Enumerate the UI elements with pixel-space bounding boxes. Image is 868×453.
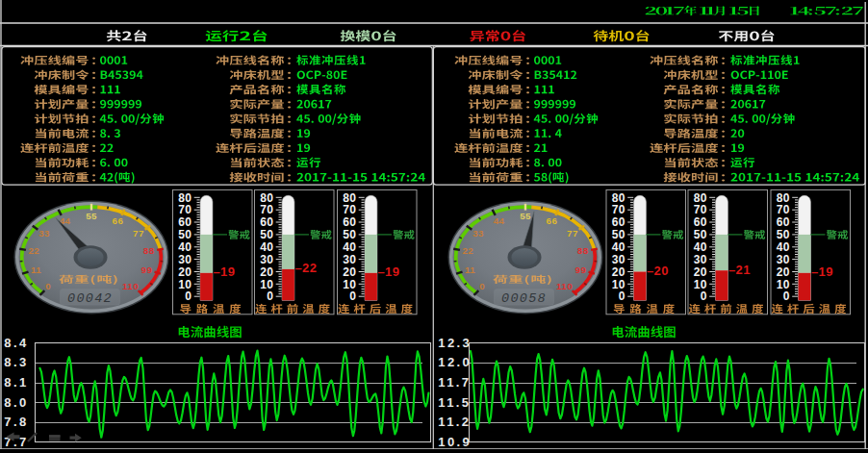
svg-text:0: 0	[267, 289, 273, 303]
svg-text:0: 0	[701, 289, 707, 303]
svg-text:60: 60	[260, 215, 273, 229]
svg-text:50: 50	[777, 228, 790, 241]
svg-text:60: 60	[178, 215, 191, 229]
svg-text:12.3: 12.3	[438, 336, 472, 350]
svg-text:20: 20	[260, 265, 273, 279]
svg-text:50: 50	[343, 228, 356, 241]
svg-text:77: 77	[567, 228, 578, 239]
svg-text:66: 66	[547, 215, 558, 226]
svg-text:60: 60	[777, 215, 790, 229]
svg-text:20: 20	[343, 265, 356, 279]
svg-text:70: 70	[777, 203, 790, 216]
svg-text:40: 40	[777, 240, 790, 254]
svg-text:88: 88	[143, 245, 155, 256]
svg-text:40: 40	[178, 240, 191, 254]
svg-text:10: 10	[260, 278, 273, 291]
svg-text:–20: –20	[647, 264, 669, 278]
svg-text:66: 66	[113, 215, 124, 226]
svg-text:44: 44	[494, 215, 505, 226]
svg-text:99: 99	[575, 264, 587, 275]
svg-text:0: 0	[479, 281, 485, 291]
svg-text:60: 60	[343, 215, 356, 229]
svg-text:33: 33	[472, 228, 484, 239]
svg-text:–19: –19	[213, 264, 235, 279]
svg-text:00058: 00058	[501, 291, 547, 306]
svg-text:7.8: 7.8	[4, 415, 28, 429]
svg-text:22: 22	[28, 245, 39, 256]
svg-text:40: 40	[343, 240, 356, 254]
svg-text:80: 80	[343, 191, 356, 205]
svg-text:–19: –19	[377, 264, 399, 279]
svg-text:10: 10	[178, 278, 191, 291]
svg-text:70: 70	[612, 203, 625, 216]
svg-text:20: 20	[694, 265, 707, 279]
svg-text:80: 80	[612, 191, 625, 205]
svg-text:40: 40	[612, 240, 625, 254]
svg-text:55: 55	[86, 211, 97, 221]
svg-text:30: 30	[777, 253, 790, 266]
svg-text:70: 70	[260, 203, 273, 216]
svg-text:0: 0	[783, 289, 790, 303]
svg-text:50: 50	[260, 228, 273, 241]
svg-text:10: 10	[694, 278, 707, 291]
svg-text:11.2: 11.2	[438, 415, 471, 429]
svg-text:40: 40	[694, 240, 707, 254]
svg-text:80: 80	[777, 191, 790, 205]
svg-text:20: 20	[178, 265, 191, 279]
svg-text:110: 110	[122, 281, 139, 291]
svg-text:8.1: 8.1	[4, 375, 28, 390]
svg-text:30: 30	[694, 253, 707, 266]
svg-text:55: 55	[520, 211, 531, 221]
svg-text:12.0: 12.0	[438, 355, 472, 369]
svg-text:10: 10	[612, 278, 625, 291]
svg-text:10: 10	[777, 278, 790, 291]
svg-text:70: 70	[343, 203, 356, 216]
svg-text:10.9: 10.9	[438, 435, 472, 449]
svg-text:77: 77	[133, 228, 144, 239]
svg-text:60: 60	[612, 215, 625, 229]
svg-text:30: 30	[612, 253, 625, 266]
svg-text:–21: –21	[728, 263, 751, 277]
svg-text:20: 20	[612, 265, 625, 279]
svg-text:50: 50	[612, 228, 625, 241]
svg-text:70: 70	[694, 203, 707, 216]
svg-text:0: 0	[45, 281, 51, 291]
svg-text:40: 40	[260, 240, 273, 254]
svg-text:60: 60	[694, 215, 707, 229]
svg-text:0: 0	[185, 289, 191, 303]
svg-text:0: 0	[619, 289, 625, 303]
svg-text:99: 99	[141, 264, 153, 275]
svg-text:80: 80	[694, 191, 707, 205]
svg-text:30: 30	[178, 253, 191, 266]
svg-text:11: 11	[31, 264, 41, 275]
svg-text:00042: 00042	[67, 291, 113, 306]
svg-text:10: 10	[343, 278, 356, 291]
svg-text:80: 80	[178, 191, 191, 205]
svg-text:0: 0	[349, 289, 356, 303]
svg-text:11.5: 11.5	[438, 395, 471, 410]
svg-text:22: 22	[462, 245, 473, 256]
svg-text:–19: –19	[811, 264, 833, 279]
svg-text:33: 33	[38, 228, 50, 239]
svg-text:70: 70	[178, 203, 191, 216]
svg-text:11: 11	[465, 264, 475, 275]
svg-text:8.0: 8.0	[4, 395, 28, 410]
svg-text:11.7: 11.7	[438, 375, 471, 390]
svg-text:–22: –22	[294, 261, 317, 275]
svg-text:88: 88	[577, 245, 589, 256]
svg-text:30: 30	[260, 253, 273, 266]
svg-text:20: 20	[777, 265, 790, 279]
svg-text:8.3: 8.3	[4, 355, 28, 369]
svg-text:30: 30	[343, 253, 356, 266]
svg-text:8.4: 8.4	[4, 336, 28, 350]
svg-text:50: 50	[178, 228, 191, 241]
svg-text:110: 110	[556, 281, 573, 291]
svg-text:80: 80	[260, 191, 273, 205]
svg-text:50: 50	[694, 228, 707, 241]
